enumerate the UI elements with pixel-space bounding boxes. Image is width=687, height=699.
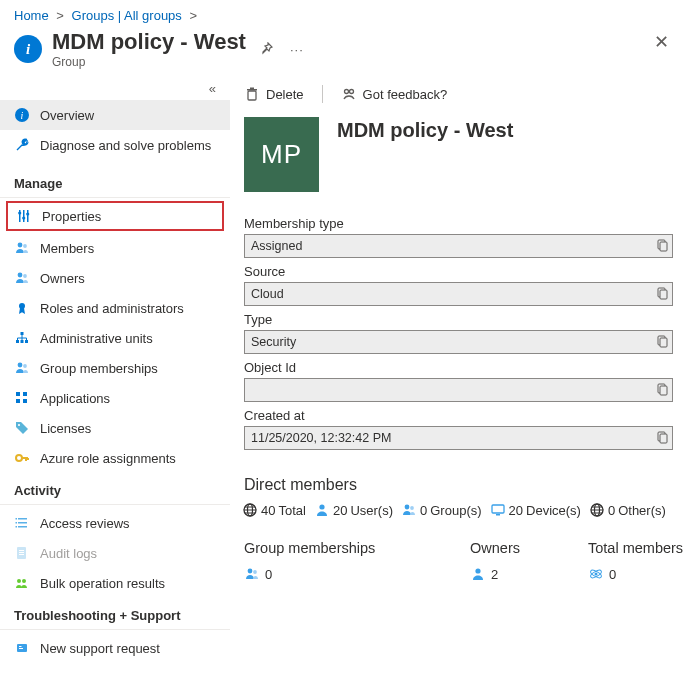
page-title: MDM policy - West <box>52 29 246 55</box>
copy-icon[interactable] <box>654 334 668 348</box>
sidebar-item-access-reviews[interactable]: Access reviews <box>0 508 230 538</box>
nav-label: Administrative units <box>40 331 153 346</box>
summary-value: 2 <box>491 567 498 582</box>
sidebar-item-audit-logs[interactable]: Audit logs <box>0 538 230 568</box>
field-text: Assigned <box>251 239 302 253</box>
cmd-label: Got feedback? <box>363 87 448 102</box>
created-value: 11/25/2020, 12:32:42 PM <box>244 426 673 450</box>
doc-icon <box>14 545 30 561</box>
direct-members-title: Direct members <box>244 476 673 494</box>
stat-devices: 20 Device(s) <box>490 502 581 518</box>
breadcrumb-groups[interactable]: Groups | All groups <box>72 8 182 23</box>
sidebar-item-bulk-results[interactable]: Bulk operation results <box>0 568 230 598</box>
info-icon: i <box>14 35 42 63</box>
delete-button[interactable]: Delete <box>244 86 304 102</box>
feedback-icon <box>341 86 357 102</box>
stat-number: 40 <box>261 503 275 518</box>
membership-type-label: Membership type <box>244 216 673 231</box>
copy-icon[interactable] <box>654 382 668 396</box>
field-text: 11/25/2020, 12:32:42 PM <box>251 431 391 445</box>
source-label: Source <box>244 264 673 279</box>
trash-icon <box>244 86 260 102</box>
person-icon <box>470 566 486 582</box>
sidebar-item-properties[interactable]: Properties <box>6 201 224 231</box>
pin-icon[interactable] <box>260 42 274 56</box>
org-icon <box>14 330 30 346</box>
sliders-icon <box>16 208 32 224</box>
stat-number: 0 <box>608 503 615 518</box>
info-icon: i <box>14 107 30 123</box>
sidebar-item-admin-units[interactable]: Administrative units <box>0 323 230 353</box>
sidebar-item-members[interactable]: Members <box>0 233 230 263</box>
sidebar-section-troubleshoot: Troubleshooting + Support <box>0 598 230 630</box>
copy-icon[interactable] <box>654 286 668 300</box>
people-icon <box>244 566 260 582</box>
people-icon <box>14 270 30 286</box>
summary-label: Group memberships <box>244 540 460 556</box>
stat-other: 0 Other(s) <box>589 502 666 518</box>
list-icon <box>14 515 30 531</box>
main-content: Delete Got feedback? MP MDM policy - Wes… <box>230 77 687 663</box>
wrench-icon <box>14 137 30 153</box>
copy-icon[interactable] <box>654 238 668 252</box>
hero-title: MDM policy - West <box>337 119 513 142</box>
created-label: Created at <box>244 408 673 423</box>
copy-icon[interactable] <box>654 430 668 444</box>
people-icon <box>14 240 30 256</box>
feedback-button[interactable]: Got feedback? <box>341 86 448 102</box>
sidebar-item-applications[interactable]: Applications <box>0 383 230 413</box>
membership-type-value: Assigned <box>244 234 673 258</box>
sidebar-item-azure-role[interactable]: Azure role assignments <box>0 443 230 473</box>
summary-label: Total members <box>588 540 683 556</box>
summary-value: 0 <box>265 567 272 582</box>
field-text: Cloud <box>251 287 284 301</box>
people-icon <box>401 502 417 518</box>
stat-number: 20 <box>509 503 523 518</box>
sidebar-item-new-support[interactable]: New support request <box>0 633 230 663</box>
sidebar-item-overview[interactable]: i Overview <box>0 100 230 130</box>
summary-group-memberships: Group memberships 0 <box>244 540 460 582</box>
person-icon <box>314 502 330 518</box>
more-icon[interactable]: ··· <box>290 42 304 57</box>
summary-value: 0 <box>609 567 616 582</box>
nav-label: Bulk operation results <box>40 576 165 591</box>
breadcrumb-home[interactable]: Home <box>14 8 49 23</box>
nav-label: Diagnose and solve problems <box>40 138 211 153</box>
key-icon <box>14 450 30 466</box>
stat-label: Group(s) <box>430 503 481 518</box>
device-icon <box>490 502 506 518</box>
stat-label: Device(s) <box>526 503 581 518</box>
nav-label: Licenses <box>40 421 91 436</box>
nav-label: Audit logs <box>40 546 97 561</box>
people-icon <box>14 360 30 376</box>
hero: MP MDM policy - West <box>242 113 675 210</box>
direct-members-stats: 40 Total 20 User(s) 0 Group(s) 20 Device… <box>242 502 675 518</box>
sidebar: « i Overview Diagnose and solve problems… <box>0 77 230 663</box>
grid-icon <box>14 390 30 406</box>
stat-users: 20 User(s) <box>314 502 393 518</box>
nav-label: Roles and administrators <box>40 301 184 316</box>
close-icon[interactable]: ✕ <box>654 31 669 53</box>
badge-icon <box>14 300 30 316</box>
nav-label: Group memberships <box>40 361 158 376</box>
svg-text:i: i <box>21 110 24 121</box>
summary-owners: Owners 2 <box>470 540 578 582</box>
sidebar-item-roles[interactable]: Roles and administrators <box>0 293 230 323</box>
summary-row: Group memberships 0 Owners 2 Total membe… <box>244 540 673 582</box>
nav-label: Access reviews <box>40 516 130 531</box>
type-value: Security <box>244 330 673 354</box>
sidebar-section-manage: Manage <box>0 166 230 198</box>
sidebar-item-group-memberships[interactable]: Group memberships <box>0 353 230 383</box>
sidebar-item-licenses[interactable]: Licenses <box>0 413 230 443</box>
stat-groups: 0 Group(s) <box>401 502 482 518</box>
stat-number: 20 <box>333 503 347 518</box>
collapse-icon[interactable]: « <box>0 81 230 100</box>
page-header: i MDM policy - West Group ··· ✕ <box>0 27 687 77</box>
page-subtitle: Group <box>52 55 246 69</box>
globe-icon <box>589 502 605 518</box>
support-icon <box>14 640 30 656</box>
sidebar-item-owners[interactable]: Owners <box>0 263 230 293</box>
sidebar-item-diagnose[interactable]: Diagnose and solve problems <box>0 130 230 160</box>
cmd-label: Delete <box>266 87 304 102</box>
command-bar: Delete Got feedback? <box>242 77 675 113</box>
